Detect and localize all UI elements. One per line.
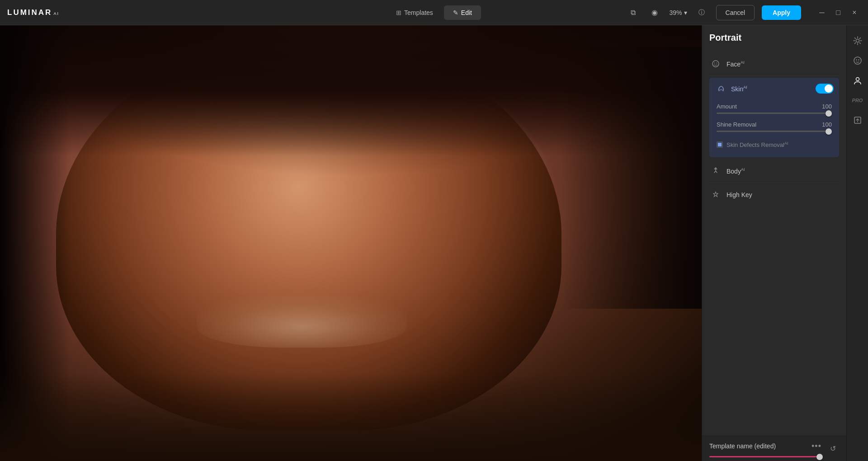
svg-point-1 — [714, 63, 715, 64]
topbar-right: ⧉ ◉ 39% ▾ ⓘ Cancel Apply ─ □ × — [626, 5, 861, 20]
right-panel: Portrait FaceAI — [702, 25, 846, 461]
svg-line-11 — [859, 38, 860, 39]
logo-ai: AI — [53, 11, 59, 16]
nav-group: ⊞ Templates ✎ Edit — [387, 5, 481, 20]
bg-bottom — [0, 374, 702, 461]
info-icon: ⓘ — [698, 9, 705, 17]
skin-defects-checkbox[interactable] — [717, 141, 723, 148]
shine-removal-label: Shine Removal — [717, 121, 756, 128]
topbar: LUMINAR AI ⊞ Templates ✎ Edit ⧉ ◉ 39% ▾ … — [0, 0, 868, 25]
minimize-icon: ─ — [819, 9, 824, 17]
apply-button[interactable]: Apply — [762, 5, 801, 20]
amount-slider-thumb[interactable] — [826, 110, 832, 117]
canvas-area[interactable] — [0, 25, 702, 461]
history-button[interactable]: ↺ — [826, 442, 839, 455]
minimize-button[interactable]: ─ — [816, 6, 828, 19]
main-content: Portrait FaceAI — [0, 25, 868, 461]
history-thumb[interactable] — [816, 454, 823, 460]
body-section-label: BodyAI — [726, 167, 839, 175]
mouth-area — [197, 296, 407, 348]
side-icons-panel: PRO — [846, 25, 868, 461]
face-section-row[interactable]: FaceAI — [709, 52, 839, 76]
body-section-row[interactable]: BodyAI — [709, 159, 839, 183]
shine-removal-slider-row: Shine Removal 100 — [717, 121, 832, 132]
svg-point-15 — [858, 59, 859, 60]
skin-sliders: Amount 100 Shine Removal — [709, 99, 839, 157]
hair-top — [0, 25, 702, 156]
hair-right — [561, 47, 702, 308]
photo-canvas — [0, 25, 702, 461]
skin-defects-row[interactable]: Skin Defects RemovalAI — [717, 139, 832, 150]
face-section-label: FaceAI — [726, 60, 839, 68]
pro-label: PRO — [852, 98, 863, 103]
side-sun-icon-button[interactable] — [849, 33, 866, 49]
window-controls: ─ □ × — [816, 6, 861, 19]
side-pro-button[interactable]: PRO — [849, 92, 866, 108]
svg-point-4 — [856, 39, 859, 42]
layers-button[interactable]: ⧉ — [626, 5, 640, 20]
checkbox-checkmark — [718, 143, 722, 146]
close-button[interactable]: × — [848, 6, 861, 19]
template-name-label: Template name (edited) — [709, 442, 810, 450]
close-icon: × — [852, 9, 856, 17]
maximize-button[interactable]: □ — [832, 6, 844, 19]
app-logo: LUMINAR AI — [7, 8, 59, 17]
side-portrait-icon-button[interactable] — [849, 72, 866, 89]
side-face-icon-button[interactable] — [849, 52, 866, 69]
templates-label: Templates — [404, 9, 433, 16]
maximize-icon: □ — [836, 9, 840, 17]
amount-label: Amount — [717, 103, 737, 110]
svg-point-16 — [856, 78, 859, 81]
zoom-value: 39% — [669, 9, 682, 16]
edit-nav-button[interactable]: ✎ Edit — [444, 5, 481, 20]
amount-slider-fill — [717, 113, 832, 114]
edit-label: Edit — [461, 9, 472, 16]
highkey-section-icon — [709, 188, 722, 201]
skin-section-header[interactable]: SkinAI — [709, 78, 839, 99]
skin-icon — [715, 82, 727, 95]
panel-title: Portrait — [709, 33, 839, 43]
cancel-button[interactable]: Cancel — [716, 5, 755, 20]
svg-point-14 — [856, 59, 857, 60]
face-shape — [56, 38, 561, 431]
shine-removal-value: 100 — [822, 121, 832, 128]
body-section-icon — [709, 165, 722, 177]
svg-point-0 — [712, 61, 719, 67]
shine-removal-slider-thumb[interactable] — [826, 128, 832, 135]
face-section-icon — [709, 57, 722, 70]
side-export-icon-button[interactable] — [849, 112, 866, 128]
zoom-control[interactable]: 39% ▾ — [669, 9, 687, 16]
history-fill — [709, 456, 821, 457]
shine-removal-slider-fill — [717, 131, 832, 132]
svg-line-10 — [859, 42, 860, 43]
svg-line-12 — [854, 42, 855, 43]
panel-scroll-content[interactable]: Portrait FaceAI — [702, 25, 846, 436]
preview-button[interactable]: ◉ — [647, 5, 662, 20]
info-button[interactable]: ⓘ — [694, 5, 709, 20]
skin-section-label: SkinAI — [731, 85, 816, 93]
amount-slider-row: Amount 100 — [717, 103, 832, 114]
skin-toggle[interactable] — [816, 84, 834, 94]
svg-point-13 — [854, 57, 861, 64]
templates-icon: ⊞ — [396, 9, 401, 16]
history-icon: ↺ — [830, 444, 836, 453]
skin-section: SkinAI Amount 100 — [709, 78, 839, 157]
shine-removal-slider-track[interactable] — [717, 131, 832, 132]
more-options-button[interactable]: ••• — [810, 440, 823, 452]
logo-text: LUMINAR — [7, 8, 52, 17]
bottom-bar: Template name (edited) ••• ↺ — [702, 436, 846, 461]
layers-icon: ⧉ — [631, 9, 636, 17]
highkey-section-row[interactable]: High Key — [709, 183, 839, 207]
highkey-section-label: High Key — [726, 191, 839, 198]
more-icon: ••• — [811, 442, 821, 451]
amount-value: 100 — [822, 103, 832, 110]
right-wrapper: Portrait FaceAI — [702, 25, 868, 461]
svg-line-9 — [854, 38, 855, 39]
zoom-chevron-icon: ▾ — [684, 9, 687, 16]
skin-defects-label: Skin Defects RemovalAI — [726, 141, 788, 148]
history-slider[interactable] — [709, 456, 823, 457]
eye-icon: ◉ — [651, 8, 658, 17]
edit-icon: ✎ — [453, 9, 458, 16]
templates-nav-button[interactable]: ⊞ Templates — [387, 5, 442, 20]
amount-slider-track[interactable] — [717, 113, 832, 114]
